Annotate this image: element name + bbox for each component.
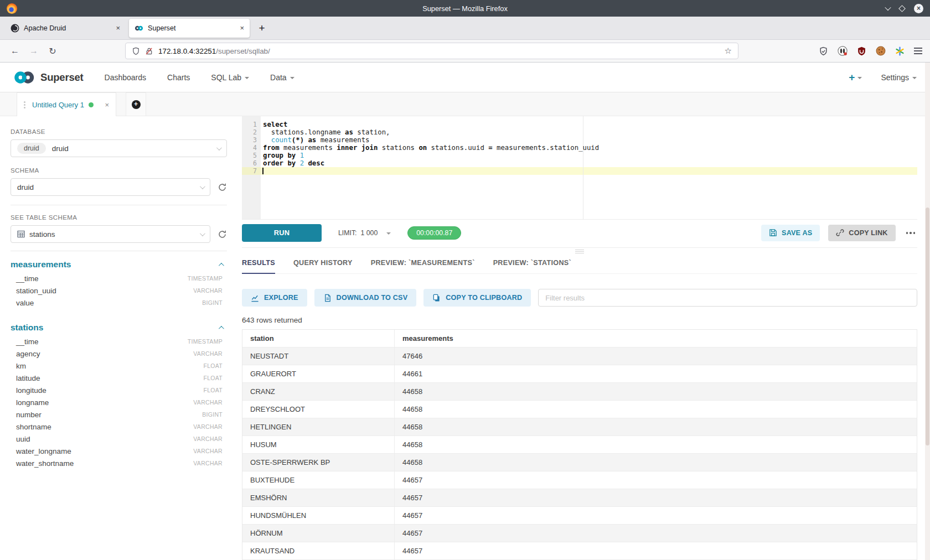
results-tab-results[interactable]: RESULTS	[242, 259, 275, 273]
results-tab-preview-stations[interactable]: PREVIEW: `STATIONS`	[493, 259, 571, 273]
column-name: water_shortname	[16, 459, 74, 468]
schema-table-name: stations	[11, 323, 43, 333]
tracking-shield-icon[interactable]	[132, 47, 140, 55]
scrollbar-thumb[interactable]	[926, 208, 929, 445]
ublock-icon[interactable]	[857, 46, 866, 56]
database-select[interactable]: druid druid	[11, 139, 227, 157]
multicolor-asterisk-extension-icon[interactable]	[895, 46, 905, 56]
browser-tab-title: Apache Druid	[24, 24, 66, 32]
copy-link-button[interactable]: COPY LINK	[828, 225, 895, 241]
table-row[interactable]: BUXTEHUDE44657	[242, 471, 917, 489]
settings-menu[interactable]: Settings	[881, 73, 917, 82]
window-title: Superset — Mozilla Firefox	[0, 4, 930, 13]
tab-close-icon[interactable]: ×	[116, 24, 120, 32]
results-tab-preview-measurements[interactable]: PREVIEW: `MEASUREMENTS`	[371, 259, 475, 273]
table-row[interactable]: HUNDSMÜHLEN44657	[242, 507, 917, 525]
add-query-tab-button[interactable]: +	[126, 92, 146, 116]
chevron-up-icon[interactable]	[219, 325, 224, 331]
sql-editor[interactable]: 1234567 select stations.longname as stat…	[242, 116, 917, 220]
table-row[interactable]: HETLINGEN44658	[242, 418, 917, 436]
table-row[interactable]: HÖRNUM44657	[242, 525, 917, 542]
schema-select[interactable]: druid	[11, 178, 210, 196]
page-scrollbar[interactable]	[925, 63, 930, 560]
pane-resize-row[interactable]	[242, 248, 917, 256]
limit-label: LIMIT:	[338, 229, 356, 237]
window-minimize-icon[interactable]	[885, 4, 891, 11]
table-select[interactable]: stations	[11, 225, 210, 243]
schema-table-header[interactable]: stations	[11, 322, 227, 333]
column-header-station[interactable]: station	[242, 330, 395, 347]
chevron-up-icon[interactable]	[219, 262, 224, 268]
schema-table-measurements: measurements__timeTIMESTAMPstation_uuidV…	[11, 259, 227, 309]
nav-item-data[interactable]: Data	[270, 73, 294, 82]
drag-handle-icon[interactable]	[24, 104, 25, 106]
more-options-icon[interactable]	[904, 232, 918, 234]
refresh-icon[interactable]	[218, 183, 227, 192]
column-header-measurements[interactable]: measurements	[395, 330, 917, 347]
window-maximize-icon[interactable]	[898, 5, 906, 12]
column-row: longitudeFLOAT	[11, 384, 227, 396]
refresh-icon[interactable]	[218, 230, 227, 239]
copy-to-clipboard-button[interactable]: COPY TO CLIPBOARD	[423, 289, 531, 307]
table-row[interactable]: CRANZ44658	[242, 383, 917, 401]
schema-label: SCHEMA	[11, 167, 227, 174]
query-tab-close-icon[interactable]: ×	[105, 101, 109, 109]
resize-handle-icon[interactable]	[575, 251, 584, 252]
back-icon[interactable]: ←	[8, 44, 22, 58]
cell-measurements: 44661	[395, 365, 917, 382]
table-row[interactable]: DREYSCHLOOT44658	[242, 401, 917, 418]
filter-results-input[interactable]	[538, 289, 917, 307]
table-row[interactable]: EMSHÖRN44657	[242, 489, 917, 507]
browser-tab-apache-druid[interactable]: Apache Druid ×	[5, 19, 126, 38]
chevron-down-icon	[200, 231, 205, 236]
plus-circle-icon: +	[132, 100, 141, 109]
chevron-down-icon	[290, 77, 294, 79]
chevron-down-icon	[216, 145, 222, 151]
reload-icon[interactable]: ↻	[45, 44, 60, 58]
table-row[interactable]: OSTE-SPERRWERK BP44658	[242, 454, 917, 471]
druid-favicon	[11, 24, 19, 33]
shield-extension-icon[interactable]	[819, 46, 828, 56]
cookie-icon[interactable]	[876, 46, 886, 56]
new-tab-button[interactable]: +	[254, 20, 270, 37]
insecure-lock-icon[interactable]	[145, 47, 153, 55]
url-path: /superset/sqllab/	[216, 47, 270, 55]
forward-icon[interactable]: →	[27, 44, 41, 58]
superset-brand[interactable]: Superset	[13, 71, 84, 84]
firefox-logo	[7, 3, 17, 14]
url-bar[interactable]: 172.18.0.4:32251/superset/sqllab/ ☆	[125, 43, 738, 59]
code-line	[261, 167, 917, 175]
bookmark-star-icon[interactable]: ☆	[725, 46, 732, 56]
save-as-button[interactable]: SAVE AS	[761, 225, 820, 241]
results-tab-query-history[interactable]: QUERY HISTORY	[293, 259, 353, 273]
table-row[interactable]: NEUSTADT47646	[242, 348, 917, 365]
query-tab-untitled-query-1[interactable]: Untitled Query 1 ×	[17, 92, 116, 116]
download-to-csv-button[interactable]: DOWNLOAD TO CSV	[314, 289, 417, 307]
new-item-button[interactable]: +	[849, 71, 862, 84]
nav-item-label: SQL Lab	[211, 73, 241, 82]
tab-close-icon[interactable]: ×	[240, 24, 244, 32]
privacy-badger-icon[interactable]	[838, 46, 848, 56]
table-row[interactable]: HUSUM44658	[242, 436, 917, 454]
table-row[interactable]: KRAUTSAND44657	[242, 542, 917, 560]
nav-item-charts[interactable]: Charts	[167, 73, 190, 82]
run-button[interactable]: RUN	[242, 224, 322, 242]
limit-control[interactable]: LIMIT: 1 000	[338, 229, 391, 237]
column-row: water_longnameVARCHAR	[11, 445, 227, 457]
table-row[interactable]: GRAUERORT44661	[242, 365, 917, 383]
nav-item-sql-lab[interactable]: SQL Lab	[211, 73, 249, 82]
results-tabs: RESULTSQUERY HISTORYPREVIEW: `MEASUREMEN…	[242, 256, 917, 274]
line-number: 4	[242, 144, 261, 152]
column-type: VARCHAR	[193, 435, 223, 442]
window-close-icon[interactable]: ×	[914, 4, 923, 13]
nav-item-dashboards[interactable]: Dashboards	[105, 73, 147, 82]
settings-label: Settings	[881, 73, 909, 82]
schema-table-header[interactable]: measurements	[11, 259, 227, 270]
column-type: VARCHAR	[193, 399, 223, 406]
editor-code[interactable]: select stations.longname as station, cou…	[261, 116, 917, 219]
cell-station: HÖRNUM	[242, 525, 395, 542]
browser-tab-superset[interactable]: Superset ×	[129, 19, 250, 38]
menu-icon[interactable]	[914, 50, 922, 51]
column-row: valueBIGINT	[11, 297, 227, 309]
explore-button[interactable]: EXPLORE	[242, 289, 307, 307]
